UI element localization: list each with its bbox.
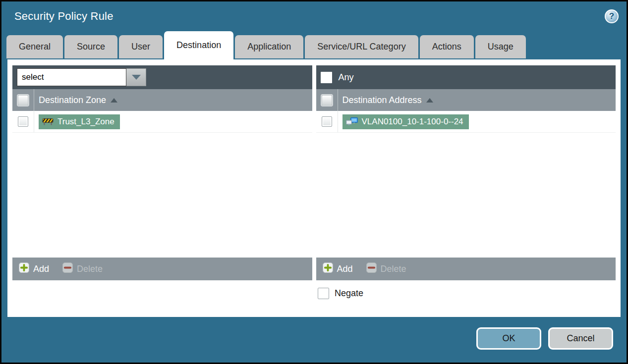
any-checkbox[interactable] [321,72,332,83]
zone-add-button[interactable]: Add [19,262,49,275]
address-item[interactable]: VLAN0100_10-1-100-0--24 [343,114,469,129]
help-icon[interactable] [605,9,619,23]
panels-row: Destination Zone Trust_L3_Zone [7,59,621,280]
chevron-down-icon [132,75,141,80]
destination-zone-panel: Destination Zone Trust_L3_Zone [12,65,312,280]
address-row-checkbox[interactable] [322,116,332,127]
negate-label: Negate [335,288,363,299]
dialog-title: Security Policy Rule [14,10,114,23]
tab-actions[interactable]: Actions [420,35,474,58]
address-select-all-checkbox[interactable] [322,95,332,105]
tab-usage[interactable]: Usage [475,35,526,58]
zone-select-combobox[interactable] [17,68,146,86]
tab-application[interactable]: Application [235,35,303,58]
delete-icon [62,262,73,275]
address-add-button[interactable]: Add [323,262,353,275]
add-icon [323,262,333,275]
tab-general[interactable]: General [6,35,63,58]
destination-address-panel: Any Destination Address [316,65,616,280]
address-table-body: VLAN0100_10-1-100-0--24 [316,111,616,258]
zone-select-dropdown-button[interactable] [126,68,146,86]
address-delete-button[interactable]: Delete [366,262,406,275]
zone-table-header: Destination Zone [12,89,312,111]
any-label: Any [339,72,354,83]
tab-service-url-category[interactable]: Service/URL Category [305,35,418,58]
address-item-label: VLAN0100_10-1-100-0--24 [362,117,463,127]
zone-delete-button[interactable]: Delete [62,262,103,275]
cancel-button[interactable]: Cancel [548,327,613,350]
zone-panel-toolbar [12,65,312,89]
negate-checkbox[interactable] [318,288,329,299]
delete-icon [366,262,377,275]
zone-item[interactable]: Trust_L3_Zone [39,114,120,129]
address-column-header[interactable]: Destination Address [343,95,422,105]
sort-ascending-icon[interactable] [426,98,433,103]
dialog-titlebar: Security Policy Rule [1,1,627,31]
zone-table-row: Trust_L3_Zone [12,111,312,133]
address-table-row: VLAN0100_10-1-100-0--24 [316,111,616,133]
sort-ascending-icon[interactable] [111,98,117,103]
network-address-icon [346,117,358,126]
dialog-footer: OK Cancel [1,317,627,363]
tab-bar: GeneralSourceUserDestinationApplicationS… [1,31,627,59]
zone-row-checkbox[interactable] [18,116,28,127]
add-icon [19,262,29,275]
tab-destination[interactable]: Destination [164,31,233,59]
zone-item-label: Trust_L3_Zone [57,117,114,127]
address-panel-toolbar: Any [316,65,616,89]
zone-icon [42,117,54,126]
negate-option: Negate [318,288,363,299]
zone-table-body: Trust_L3_Zone [12,111,312,258]
tab-source[interactable]: Source [64,35,117,58]
tab-user[interactable]: User [119,35,163,58]
destination-tab-content: Destination Zone Trust_L3_Zone [7,59,621,317]
address-table-header: Destination Address [316,89,616,111]
zone-select-input[interactable] [17,68,126,86]
zone-panel-footer: Add Delete [12,258,312,280]
zone-select-all-checkbox[interactable] [18,95,28,105]
zone-column-header[interactable]: Destination Zone [39,95,106,105]
address-panel-footer: Add Delete [316,258,616,280]
ok-button[interactable]: OK [476,327,541,350]
security-policy-rule-dialog: Security Policy Rule GeneralSourceUserDe… [0,0,628,364]
